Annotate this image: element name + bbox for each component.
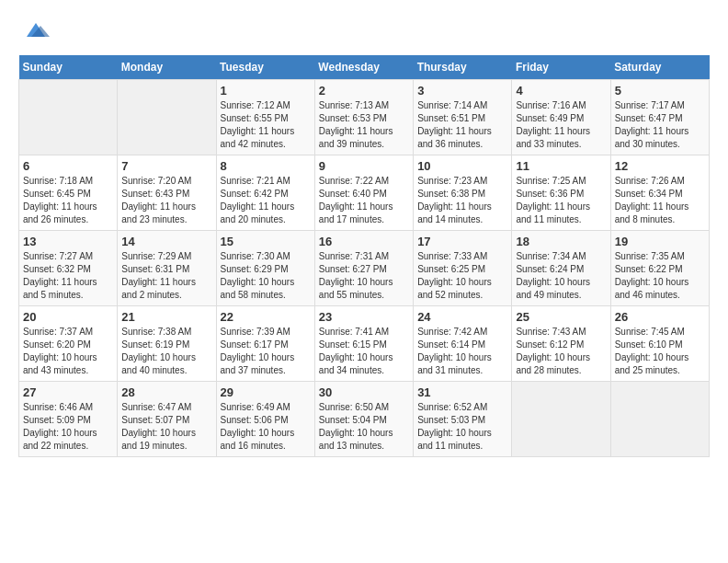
day-info: Sunrise: 7:21 AM Sunset: 6:42 PM Dayligh… [221, 175, 311, 226]
day-cell: 10Sunrise: 7:23 AM Sunset: 6:38 PM Dayli… [414, 155, 512, 231]
day-cell: 30Sunrise: 6:50 AM Sunset: 5:04 PM Dayli… [314, 382, 413, 457]
day-info: Sunrise: 7:26 AM Sunset: 6:34 PM Dayligh… [615, 175, 705, 226]
day-info: Sunrise: 7:27 AM Sunset: 6:32 PM Dayligh… [23, 250, 113, 302]
day-cell: 15Sunrise: 7:30 AM Sunset: 6:29 PM Dayli… [216, 231, 314, 306]
day-number: 26 [615, 310, 705, 324]
header-cell-tuesday: Tuesday [216, 55, 314, 80]
day-info: Sunrise: 7:16 AM Sunset: 6:49 PM Dayligh… [516, 99, 606, 151]
day-cell: 24Sunrise: 7:42 AM Sunset: 6:14 PM Dayli… [414, 306, 512, 382]
day-number: 20 [23, 310, 113, 324]
week-row-2: 13Sunrise: 7:27 AM Sunset: 6:32 PM Dayli… [19, 231, 710, 306]
day-number: 11 [516, 159, 606, 173]
day-number: 21 [121, 310, 211, 324]
header-cell-monday: Monday [118, 55, 216, 80]
header-cell-friday: Friday [512, 55, 610, 80]
day-info: Sunrise: 6:52 AM Sunset: 5:03 PM Dayligh… [417, 401, 507, 453]
day-number: 30 [319, 385, 409, 399]
day-info: Sunrise: 7:39 AM Sunset: 6:17 PM Dayligh… [221, 326, 311, 377]
day-number: 27 [23, 385, 113, 399]
calendar-body: 1Sunrise: 7:12 AM Sunset: 6:55 PM Daylig… [19, 80, 710, 457]
day-number: 15 [221, 235, 311, 248]
day-number: 2 [319, 84, 409, 98]
day-cell: 26Sunrise: 7:45 AM Sunset: 6:10 PM Dayli… [610, 306, 709, 382]
day-cell: 3Sunrise: 7:14 AM Sunset: 6:51 PM Daylig… [414, 80, 512, 155]
day-cell [610, 382, 709, 457]
day-cell: 31Sunrise: 6:52 AM Sunset: 5:03 PM Dayli… [414, 382, 512, 457]
day-cell: 17Sunrise: 7:33 AM Sunset: 6:25 PM Dayli… [414, 231, 512, 306]
day-number: 4 [516, 84, 606, 98]
day-info: Sunrise: 7:35 AM Sunset: 6:22 PM Dayligh… [615, 250, 705, 302]
day-number: 23 [319, 310, 409, 324]
calendar-header: SundayMondayTuesdayWednesdayThursdayFrid… [19, 55, 710, 80]
day-cell: 29Sunrise: 6:49 AM Sunset: 5:06 PM Dayli… [216, 382, 314, 457]
day-cell: 11Sunrise: 7:25 AM Sunset: 6:36 PM Dayli… [512, 155, 610, 231]
day-cell: 16Sunrise: 7:31 AM Sunset: 6:27 PM Dayli… [314, 231, 413, 306]
day-cell: 5Sunrise: 7:17 AM Sunset: 6:47 PM Daylig… [610, 80, 709, 155]
day-cell: 19Sunrise: 7:35 AM Sunset: 6:22 PM Dayli… [610, 231, 709, 306]
day-info: Sunrise: 7:13 AM Sunset: 6:53 PM Dayligh… [319, 99, 409, 151]
day-number: 3 [417, 84, 507, 98]
day-cell: 6Sunrise: 7:18 AM Sunset: 6:45 PM Daylig… [19, 155, 118, 231]
day-cell: 23Sunrise: 7:41 AM Sunset: 6:15 PM Dayli… [314, 306, 413, 382]
day-info: Sunrise: 6:50 AM Sunset: 5:04 PM Dayligh… [319, 401, 409, 453]
day-info: Sunrise: 7:23 AM Sunset: 6:38 PM Dayligh… [417, 175, 507, 226]
day-number: 7 [121, 159, 211, 173]
day-number: 25 [516, 310, 606, 324]
week-row-0: 1Sunrise: 7:12 AM Sunset: 6:55 PM Daylig… [19, 80, 710, 155]
day-info: Sunrise: 7:37 AM Sunset: 6:20 PM Dayligh… [23, 326, 113, 377]
day-number: 31 [417, 385, 507, 399]
day-info: Sunrise: 7:12 AM Sunset: 6:55 PM Dayligh… [221, 99, 311, 151]
day-info: Sunrise: 7:42 AM Sunset: 6:14 PM Dayligh… [417, 326, 507, 377]
day-number: 12 [615, 159, 705, 173]
logo-icon [22, 18, 50, 46]
logo [18, 18, 50, 46]
day-cell: 8Sunrise: 7:21 AM Sunset: 6:42 PM Daylig… [216, 155, 314, 231]
day-number: 28 [121, 385, 211, 399]
header-cell-sunday: Sunday [19, 55, 118, 80]
day-number: 1 [221, 84, 311, 98]
day-cell [118, 80, 216, 155]
day-cell: 27Sunrise: 6:46 AM Sunset: 5:09 PM Dayli… [19, 382, 118, 457]
week-row-3: 20Sunrise: 7:37 AM Sunset: 6:20 PM Dayli… [19, 306, 710, 382]
day-info: Sunrise: 6:49 AM Sunset: 5:06 PM Dayligh… [221, 401, 311, 453]
day-info: Sunrise: 7:30 AM Sunset: 6:29 PM Dayligh… [221, 250, 311, 302]
day-cell: 25Sunrise: 7:43 AM Sunset: 6:12 PM Dayli… [512, 306, 610, 382]
week-row-1: 6Sunrise: 7:18 AM Sunset: 6:45 PM Daylig… [19, 155, 710, 231]
calendar-table: SundayMondayTuesdayWednesdayThursdayFrid… [18, 55, 710, 457]
day-info: Sunrise: 7:22 AM Sunset: 6:40 PM Dayligh… [319, 175, 409, 226]
day-number: 16 [319, 235, 409, 248]
day-cell: 14Sunrise: 7:29 AM Sunset: 6:31 PM Dayli… [118, 231, 216, 306]
day-info: Sunrise: 7:38 AM Sunset: 6:19 PM Dayligh… [121, 326, 211, 377]
day-number: 6 [23, 159, 113, 173]
day-info: Sunrise: 7:45 AM Sunset: 6:10 PM Dayligh… [615, 326, 705, 377]
header-cell-saturday: Saturday [610, 55, 709, 80]
day-cell: 4Sunrise: 7:16 AM Sunset: 6:49 PM Daylig… [512, 80, 610, 155]
day-cell: 20Sunrise: 7:37 AM Sunset: 6:20 PM Dayli… [19, 306, 118, 382]
day-cell: 22Sunrise: 7:39 AM Sunset: 6:17 PM Dayli… [216, 306, 314, 382]
day-number: 13 [23, 235, 113, 248]
day-number: 10 [417, 159, 507, 173]
day-number: 9 [319, 159, 409, 173]
day-info: Sunrise: 7:33 AM Sunset: 6:25 PM Dayligh… [417, 250, 507, 302]
day-number: 29 [221, 385, 311, 399]
day-cell: 12Sunrise: 7:26 AM Sunset: 6:34 PM Dayli… [610, 155, 709, 231]
day-cell: 18Sunrise: 7:34 AM Sunset: 6:24 PM Dayli… [512, 231, 610, 306]
day-number: 5 [615, 84, 705, 98]
day-number: 22 [221, 310, 311, 324]
day-number: 8 [221, 159, 311, 173]
week-row-4: 27Sunrise: 6:46 AM Sunset: 5:09 PM Dayli… [19, 382, 710, 457]
day-info: Sunrise: 7:34 AM Sunset: 6:24 PM Dayligh… [516, 250, 606, 302]
day-info: Sunrise: 7:25 AM Sunset: 6:36 PM Dayligh… [516, 175, 606, 226]
day-cell [19, 80, 118, 155]
day-cell: 13Sunrise: 7:27 AM Sunset: 6:32 PM Dayli… [19, 231, 118, 306]
day-info: Sunrise: 7:18 AM Sunset: 6:45 PM Dayligh… [23, 175, 113, 226]
day-info: Sunrise: 7:31 AM Sunset: 6:27 PM Dayligh… [319, 250, 409, 302]
day-info: Sunrise: 6:46 AM Sunset: 5:09 PM Dayligh… [23, 401, 113, 453]
day-number: 18 [516, 235, 606, 248]
page-header [18, 18, 710, 46]
day-cell: 9Sunrise: 7:22 AM Sunset: 6:40 PM Daylig… [314, 155, 413, 231]
day-number: 17 [417, 235, 507, 248]
day-info: Sunrise: 7:17 AM Sunset: 6:47 PM Dayligh… [615, 99, 705, 151]
day-info: Sunrise: 7:14 AM Sunset: 6:51 PM Dayligh… [417, 99, 507, 151]
day-cell [512, 382, 610, 457]
